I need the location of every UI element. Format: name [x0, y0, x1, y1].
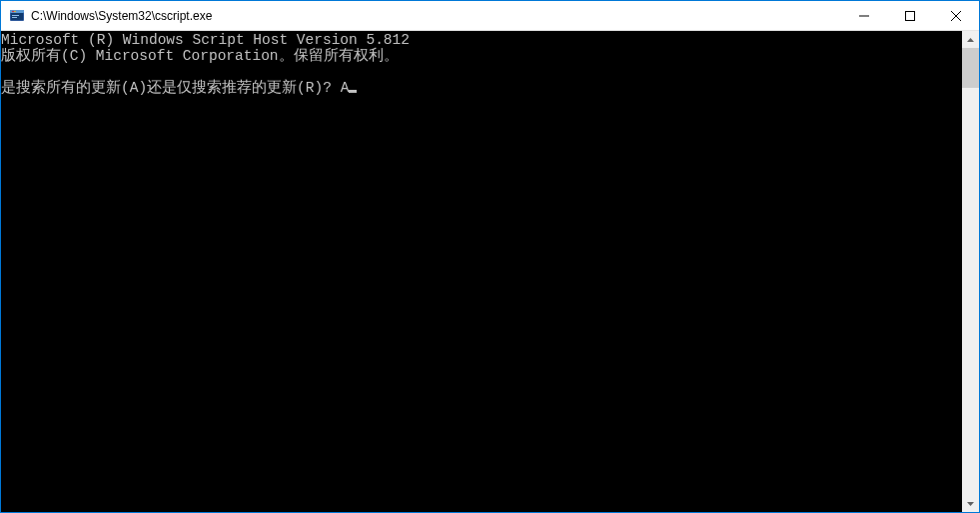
cursor-icon: [349, 90, 357, 93]
window-frame: C:\Windows\System32\cscript.exe Microsof: [0, 0, 980, 513]
svg-rect-6: [12, 17, 17, 18]
vertical-scrollbar[interactable]: [962, 31, 979, 512]
scroll-track[interactable]: [962, 48, 979, 495]
window-controls: [841, 1, 979, 30]
chevron-up-icon: [967, 38, 974, 42]
svg-rect-5: [12, 15, 19, 16]
scroll-down-button[interactable]: [962, 495, 979, 512]
svg-rect-8: [906, 11, 915, 20]
maximize-button[interactable]: [887, 1, 933, 30]
console-prompt: 是搜索所有的更新(A)还是仅搜索推荐的更新(R)?: [1, 80, 341, 96]
svg-rect-7: [859, 15, 869, 16]
app-icon: [9, 8, 25, 24]
window-title: C:\Windows\System32\cscript.exe: [31, 9, 841, 23]
minimize-icon: [859, 11, 869, 21]
console-line: Microsoft (R) Windows Script Host Versio…: [1, 32, 410, 48]
chevron-down-icon: [967, 502, 974, 506]
close-icon: [951, 11, 961, 21]
console-area: Microsoft (R) Windows Script Host Versio…: [1, 31, 979, 512]
titlebar[interactable]: C:\Windows\System32\cscript.exe: [1, 1, 979, 31]
console-line: 版权所有(C) Microsoft Corporation。保留所有权利。: [1, 48, 399, 64]
console-content[interactable]: Microsoft (R) Windows Script Host Versio…: [1, 31, 962, 512]
scroll-up-button[interactable]: [962, 31, 979, 48]
svg-point-3: [12, 10, 14, 12]
svg-rect-2: [10, 10, 24, 13]
close-button[interactable]: [933, 1, 979, 30]
scroll-thumb[interactable]: [962, 48, 979, 88]
svg-rect-1: [11, 13, 23, 20]
maximize-icon: [905, 11, 915, 21]
console-input: A: [341, 80, 350, 96]
svg-point-4: [14, 10, 16, 12]
minimize-button[interactable]: [841, 1, 887, 30]
